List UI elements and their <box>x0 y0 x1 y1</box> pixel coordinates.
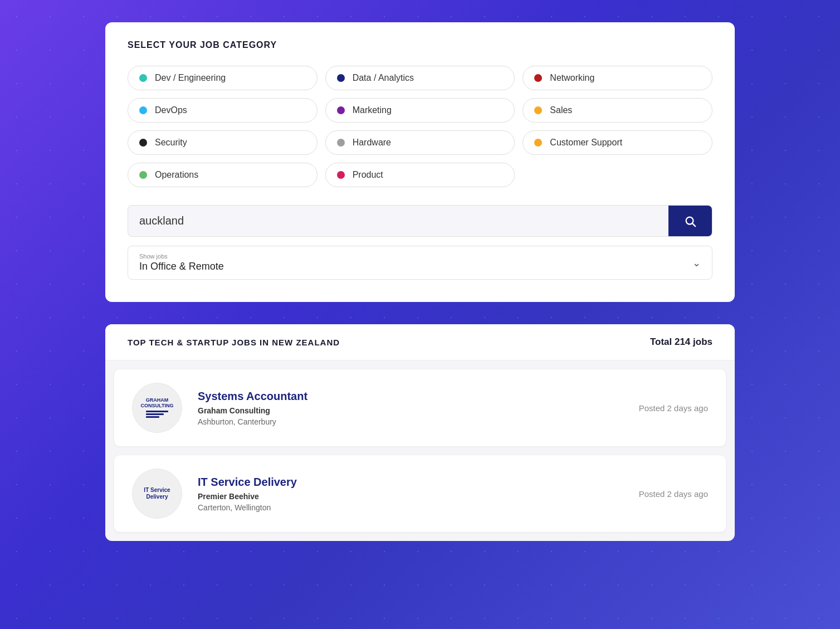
company-logo-it: IT ServiceDelivery <box>132 469 182 519</box>
category-data-analytics[interactable]: Data / Analytics <box>325 66 515 90</box>
location-label: Show jobs <box>139 253 224 260</box>
section-title: SELECT YOUR JOB CATEGORY <box>128 40 712 50</box>
jobs-header: TOP TECH & STARTUP JOBS IN NEW ZEALAND T… <box>105 324 735 360</box>
category-label: Data / Analytics <box>353 73 414 83</box>
job-card[interactable]: IT ServiceDelivery IT Service Delivery P… <box>114 455 726 532</box>
dot-hardware <box>337 139 345 147</box>
job-category-section: SELECT YOUR JOB CATEGORY Dev / Engineeri… <box>105 22 735 302</box>
category-label: Product <box>353 170 383 180</box>
job-card[interactable]: GRAHAMCONSULTING Systems Accountant Grah… <box>114 369 726 446</box>
dot-dev-engineering <box>139 74 147 82</box>
category-security[interactable]: Security <box>128 130 318 155</box>
search-icon <box>684 215 696 227</box>
graham-logo-content: GRAHAMCONSULTING <box>136 393 178 423</box>
dot-networking <box>534 74 542 82</box>
dot-data-analytics <box>337 74 345 82</box>
category-dev-engineering[interactable]: Dev / Engineering <box>128 66 318 90</box>
dot-security <box>139 139 147 147</box>
jobs-section-title: TOP TECH & STARTUP JOBS IN NEW ZEALAND <box>128 338 340 347</box>
category-label: Sales <box>550 105 572 115</box>
dot-operations <box>139 171 147 179</box>
job-company: Premier Beehive <box>198 492 623 501</box>
category-sales[interactable]: Sales <box>522 98 712 123</box>
job-posted-date: Posted 2 days ago <box>639 403 708 413</box>
job-title: IT Service Delivery <box>198 476 623 489</box>
category-operations[interactable]: Operations <box>128 163 318 187</box>
search-input[interactable] <box>128 206 668 236</box>
job-location: Ashburton, Canterbury <box>198 417 623 426</box>
category-devops[interactable]: DevOps <box>128 98 318 123</box>
job-location: Carterton, Wellington <box>198 503 623 512</box>
logo-line <box>146 413 164 415</box>
chevron-down-icon: ⌄ <box>692 257 701 269</box>
dot-sales <box>534 106 542 114</box>
search-button[interactable] <box>668 206 712 236</box>
search-container <box>128 205 712 237</box>
category-networking[interactable]: Networking <box>522 66 712 90</box>
category-label: Dev / Engineering <box>155 73 226 83</box>
categories-grid: Dev / Engineering Data / Analytics Netwo… <box>128 66 712 187</box>
job-title: Systems Accountant <box>198 390 623 403</box>
jobs-total-count: Total 214 jobs <box>650 337 712 348</box>
logo-line <box>146 416 159 418</box>
job-company: Graham Consulting <box>198 406 623 415</box>
category-label: Marketing <box>353 105 392 115</box>
category-hardware[interactable]: Hardware <box>325 130 515 155</box>
category-label: Security <box>155 138 187 148</box>
logo-line <box>146 411 168 412</box>
dot-marketing <box>337 106 345 114</box>
category-label: Hardware <box>353 138 391 148</box>
category-customer-support[interactable]: Customer Support <box>522 130 712 155</box>
job-info: IT Service Delivery Premier Beehive Cart… <box>198 476 623 512</box>
category-label: Operations <box>155 170 198 180</box>
jobs-section: TOP TECH & STARTUP JOBS IN NEW ZEALAND T… <box>105 324 735 541</box>
dot-product <box>337 171 345 179</box>
location-value: In Office & Remote <box>139 261 224 272</box>
category-marketing[interactable]: Marketing <box>325 98 515 123</box>
location-content: Show jobs In Office & Remote <box>139 253 224 272</box>
category-product[interactable]: Product <box>325 163 515 187</box>
dot-devops <box>139 106 147 114</box>
category-label: Networking <box>550 73 594 83</box>
it-logo-content: IT ServiceDelivery <box>140 484 173 504</box>
job-posted-date: Posted 2 days ago <box>639 489 708 499</box>
company-logo-graham: GRAHAMCONSULTING <box>132 383 182 433</box>
category-label: Customer Support <box>550 138 622 148</box>
location-dropdown[interactable]: Show jobs In Office & Remote ⌄ <box>128 246 712 280</box>
svg-line-1 <box>692 223 695 226</box>
dot-customer-support <box>534 139 542 147</box>
category-label: DevOps <box>155 105 187 115</box>
job-info: Systems Accountant Graham Consulting Ash… <box>198 390 623 426</box>
